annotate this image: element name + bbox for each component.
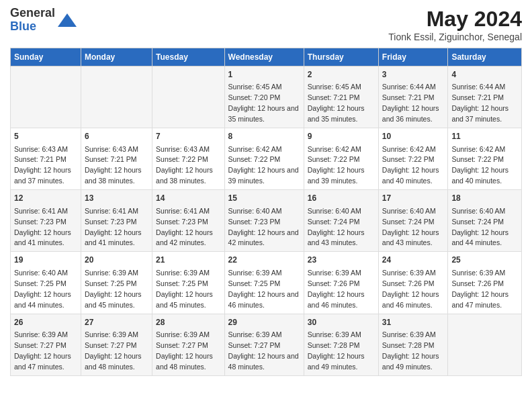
logo-blue: Blue [10, 20, 55, 34]
day-cell: 2Sunrise: 6:45 AM Sunset: 7:21 PM Daylig… [304, 66, 378, 128]
week-row-3: 12Sunrise: 6:41 AM Sunset: 7:23 PM Dayli… [11, 190, 522, 252]
day-info: Sunrise: 6:43 AM Sunset: 7:22 PM Dayligh… [156, 145, 213, 185]
day-number: 9 [308, 131, 375, 142]
logo-general: General [10, 7, 55, 20]
day-number: 29 [228, 317, 300, 328]
day-info: Sunrise: 6:39 AM Sunset: 7:25 PM Dayligh… [85, 269, 142, 309]
main-title: May 2024 [388, 7, 522, 32]
day-info: Sunrise: 6:44 AM Sunset: 7:21 PM Dayligh… [451, 83, 508, 123]
day-info: Sunrise: 6:39 AM Sunset: 7:28 PM Dayligh… [308, 330, 365, 371]
day-info: Sunrise: 6:45 AM Sunset: 7:21 PM Dayligh… [308, 83, 365, 123]
day-number: 26 [14, 317, 77, 328]
col-header-monday: Monday [81, 48, 152, 66]
day-number: 21 [156, 255, 221, 266]
calendar-table: SundayMondayTuesdayWednesdayThursdayFrid… [10, 48, 522, 376]
day-cell: 16Sunrise: 6:40 AM Sunset: 7:24 PM Dayli… [304, 190, 378, 252]
day-number: 17 [382, 193, 445, 204]
day-info: Sunrise: 6:39 AM Sunset: 7:27 PM Dayligh… [228, 330, 299, 371]
day-cell: 24Sunrise: 6:39 AM Sunset: 7:26 PM Dayli… [378, 252, 448, 314]
day-cell: 17Sunrise: 6:40 AM Sunset: 7:24 PM Dayli… [378, 190, 448, 252]
day-cell: 6Sunrise: 6:43 AM Sunset: 7:21 PM Daylig… [81, 128, 152, 190]
day-cell: 15Sunrise: 6:40 AM Sunset: 7:23 PM Dayli… [224, 190, 304, 252]
day-cell: 18Sunrise: 6:40 AM Sunset: 7:24 PM Dayli… [448, 190, 522, 252]
day-info: Sunrise: 6:40 AM Sunset: 7:24 PM Dayligh… [451, 207, 508, 247]
day-cell: 30Sunrise: 6:39 AM Sunset: 7:28 PM Dayli… [304, 314, 378, 375]
day-number: 30 [308, 317, 375, 328]
logo: General Blue [10, 7, 77, 34]
col-header-friday: Friday [378, 48, 448, 66]
day-cell: 1Sunrise: 6:45 AM Sunset: 7:20 PM Daylig… [224, 66, 304, 128]
day-number: 2 [308, 69, 375, 81]
day-cell: 13Sunrise: 6:41 AM Sunset: 7:23 PM Dayli… [81, 190, 152, 252]
day-number: 5 [14, 131, 77, 142]
day-info: Sunrise: 6:39 AM Sunset: 7:25 PM Dayligh… [228, 269, 299, 309]
day-cell: 9Sunrise: 6:42 AM Sunset: 7:22 PM Daylig… [304, 128, 378, 190]
svg-marker-0 [58, 13, 77, 27]
day-number: 3 [382, 69, 445, 81]
day-number: 23 [308, 255, 375, 266]
col-header-tuesday: Tuesday [152, 48, 225, 66]
day-number: 6 [85, 131, 148, 142]
day-number: 11 [451, 131, 518, 142]
day-info: Sunrise: 6:45 AM Sunset: 7:20 PM Dayligh… [228, 83, 299, 123]
day-cell [11, 66, 81, 128]
day-info: Sunrise: 6:40 AM Sunset: 7:25 PM Dayligh… [14, 269, 71, 309]
subtitle: Tionk Essil, Ziguinchor, Senegal [388, 32, 522, 42]
day-info: Sunrise: 6:39 AM Sunset: 7:26 PM Dayligh… [451, 269, 508, 309]
day-info: Sunrise: 6:41 AM Sunset: 7:23 PM Dayligh… [14, 207, 71, 247]
day-cell: 22Sunrise: 6:39 AM Sunset: 7:25 PM Dayli… [224, 252, 304, 314]
col-header-wednesday: Wednesday [224, 48, 304, 66]
day-info: Sunrise: 6:43 AM Sunset: 7:21 PM Dayligh… [14, 145, 71, 185]
day-cell: 23Sunrise: 6:39 AM Sunset: 7:26 PM Dayli… [304, 252, 378, 314]
day-info: Sunrise: 6:43 AM Sunset: 7:21 PM Dayligh… [85, 145, 142, 185]
day-number: 16 [308, 193, 375, 204]
day-cell: 14Sunrise: 6:41 AM Sunset: 7:23 PM Dayli… [152, 190, 225, 252]
day-number: 18 [451, 193, 518, 204]
day-number: 22 [228, 255, 300, 266]
day-info: Sunrise: 6:39 AM Sunset: 7:28 PM Dayligh… [382, 330, 439, 371]
day-info: Sunrise: 6:39 AM Sunset: 7:27 PM Dayligh… [156, 330, 213, 371]
day-cell: 21Sunrise: 6:39 AM Sunset: 7:25 PM Dayli… [152, 252, 225, 314]
logo-icon [58, 11, 77, 30]
day-cell: 4Sunrise: 6:44 AM Sunset: 7:21 PM Daylig… [448, 66, 522, 128]
day-cell: 19Sunrise: 6:40 AM Sunset: 7:25 PM Dayli… [11, 252, 81, 314]
day-cell [81, 66, 152, 128]
header: General Blue May 2024 Tionk Essil, Zigui… [10, 7, 522, 42]
day-number: 10 [382, 131, 445, 142]
day-cell: 26Sunrise: 6:39 AM Sunset: 7:27 PM Dayli… [11, 314, 81, 375]
day-number: 31 [382, 317, 445, 328]
day-cell: 29Sunrise: 6:39 AM Sunset: 7:27 PM Dayli… [224, 314, 304, 375]
day-number: 27 [85, 317, 148, 328]
day-info: Sunrise: 6:40 AM Sunset: 7:24 PM Dayligh… [382, 207, 439, 247]
day-cell: 25Sunrise: 6:39 AM Sunset: 7:26 PM Dayli… [448, 252, 522, 314]
day-cell [152, 66, 225, 128]
day-number: 14 [156, 193, 221, 204]
logo-text: General Blue [10, 7, 55, 34]
day-cell: 12Sunrise: 6:41 AM Sunset: 7:23 PM Dayli… [11, 190, 81, 252]
day-info: Sunrise: 6:40 AM Sunset: 7:23 PM Dayligh… [228, 207, 299, 247]
day-number: 4 [451, 69, 518, 81]
day-cell: 11Sunrise: 6:42 AM Sunset: 7:22 PM Dayli… [448, 128, 522, 190]
day-cell: 31Sunrise: 6:39 AM Sunset: 7:28 PM Dayli… [378, 314, 448, 375]
day-cell [448, 314, 522, 375]
day-number: 12 [14, 193, 77, 204]
week-row-1: 1Sunrise: 6:45 AM Sunset: 7:20 PM Daylig… [11, 66, 522, 128]
day-number: 24 [382, 255, 445, 266]
day-info: Sunrise: 6:39 AM Sunset: 7:26 PM Dayligh… [308, 269, 365, 309]
day-info: Sunrise: 6:39 AM Sunset: 7:25 PM Dayligh… [156, 269, 213, 309]
day-number: 28 [156, 317, 221, 328]
day-number: 19 [14, 255, 77, 266]
page: General Blue May 2024 Tionk Essil, Zigui… [0, 0, 532, 411]
day-info: Sunrise: 6:42 AM Sunset: 7:22 PM Dayligh… [451, 145, 508, 185]
col-header-saturday: Saturday [448, 48, 522, 66]
day-cell: 28Sunrise: 6:39 AM Sunset: 7:27 PM Dayli… [152, 314, 225, 375]
week-row-5: 26Sunrise: 6:39 AM Sunset: 7:27 PM Dayli… [11, 314, 522, 375]
day-cell: 3Sunrise: 6:44 AM Sunset: 7:21 PM Daylig… [378, 66, 448, 128]
day-info: Sunrise: 6:44 AM Sunset: 7:21 PM Dayligh… [382, 83, 439, 123]
day-cell: 7Sunrise: 6:43 AM Sunset: 7:22 PM Daylig… [152, 128, 225, 190]
day-cell: 20Sunrise: 6:39 AM Sunset: 7:25 PM Dayli… [81, 252, 152, 314]
week-row-2: 5Sunrise: 6:43 AM Sunset: 7:21 PM Daylig… [11, 128, 522, 190]
title-block: May 2024 Tionk Essil, Ziguinchor, Senega… [388, 7, 522, 42]
day-info: Sunrise: 6:42 AM Sunset: 7:22 PM Dayligh… [382, 145, 439, 185]
day-number: 7 [156, 131, 221, 142]
